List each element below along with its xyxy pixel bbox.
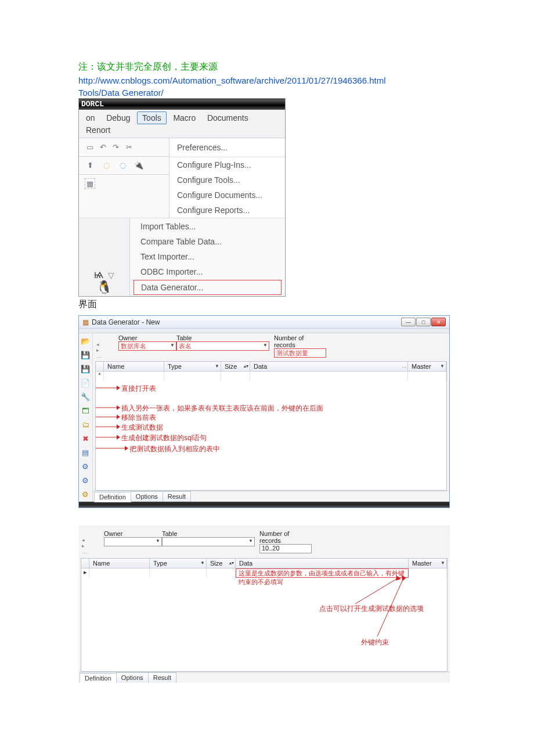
menu-data-generator[interactable]: Data Generator... <box>134 280 282 295</box>
redo-icon[interactable]: ↷ <box>111 142 121 153</box>
menu-configure-reports[interactable]: Configure Reports... <box>170 203 285 218</box>
tab-result[interactable]: Result <box>148 672 176 683</box>
tab-result[interactable]: Result <box>163 491 191 502</box>
generate-data-icon[interactable]: ▤ <box>80 447 91 458</box>
tab-options[interactable]: Options <box>131 491 163 502</box>
col-type: Type▼ <box>150 559 207 568</box>
nav-more-icon[interactable]: … <box>96 353 107 359</box>
num-records-input[interactable]: 测试数据量 <box>274 348 326 358</box>
menu-debug[interactable]: Debug <box>102 112 135 124</box>
table-select[interactable]: 表名▼ <box>176 341 269 351</box>
cell-name[interactable] <box>89 568 150 578</box>
chevron-down-icon: ▼ <box>156 538 160 543</box>
document-icon[interactable]: 📄 <box>80 377 91 388</box>
row-marker <box>81 559 89 568</box>
cut-icon[interactable]: ✂ <box>124 142 134 153</box>
tab-bar: Definition Options Result <box>78 672 450 683</box>
spinner-icon: ▴▾ <box>229 560 234 566</box>
tools-dropdown: Preferences... Configure Plug-Ins... Con… <box>169 138 285 218</box>
cell-type[interactable] <box>150 568 207 578</box>
save-icon[interactable]: 💾 <box>80 350 91 360</box>
svg-marker-9 <box>117 435 120 440</box>
interface-label: 界面 <box>78 298 456 311</box>
menu-on[interactable]: on <box>81 112 100 124</box>
tab-definition[interactable]: Definition <box>80 673 117 683</box>
nav-left-icon[interactable]: ◂ <box>82 537 92 543</box>
intro-note: 注：该文并非完全原创，主要来源 <box>78 61 456 73</box>
col-type: Type▼ <box>164 362 221 371</box>
table-select[interactable]: ▼ <box>162 537 255 546</box>
grid-header: Name Type▼ Size▴▾ Data Master▼ <box>81 559 447 568</box>
menu-macro[interactable]: Macro <box>168 112 200 124</box>
col-master: Master▼ <box>408 362 446 371</box>
owner-select[interactable]: 数据库名▼ <box>118 341 176 351</box>
cell-size[interactable] <box>207 568 236 578</box>
nav-right-icon[interactable]: ▸ <box>96 347 107 353</box>
menu-report[interactable]: Renort <box>81 124 115 136</box>
open-table-icon[interactable]: 🗔 <box>80 405 91 416</box>
close-button[interactable]: ✕ <box>431 318 446 326</box>
owner-label: Owner <box>104 530 162 537</box>
cell-data[interactable]: 这里是生成数据的参数，由选项生成或者自己输入，有外键约束的不必填写 <box>236 568 409 578</box>
table-label: Table <box>176 334 269 341</box>
svg-marker-7 <box>117 424 120 429</box>
owner-select[interactable]: ▼ <box>104 537 162 546</box>
cell-master[interactable] <box>408 372 446 381</box>
nav-right-icon[interactable]: ▸ <box>82 543 92 549</box>
sql-icon[interactable]: ◌ <box>117 160 128 171</box>
annot-remove-table: 移除当前表 <box>121 413 156 423</box>
menu-bar[interactable]: on Debug Tools Macro Documents Renort <box>79 110 285 138</box>
menu-configure-plugins[interactable]: Configure Plug-Ins... <box>170 157 285 172</box>
svg-marker-5 <box>117 415 120 419</box>
menu-odbc-importer[interactable]: ODBC Importer... <box>134 265 282 279</box>
filter-icon[interactable]: ▽ <box>108 271 114 280</box>
cell-size[interactable] <box>221 372 250 381</box>
menu-preferences[interactable]: Preferences... <box>170 138 285 157</box>
wrench-icon[interactable]: 🔧 <box>80 391 91 402</box>
maximize-button[interactable]: □ <box>416 318 431 326</box>
toolbar-strip <box>79 329 449 333</box>
cell-data[interactable] <box>250 372 408 381</box>
num-records-input[interactable]: 10..20 <box>259 544 312 553</box>
cell-master[interactable] <box>409 568 447 578</box>
palette-icon[interactable]: ▦ <box>85 178 95 189</box>
annot-open-options: 点击可以打开生成测试数据的选项 <box>319 604 424 614</box>
add-table-icon[interactable]: 🗂 <box>80 419 91 430</box>
export-icon[interactable]: ⬆ <box>85 160 95 171</box>
menu-configure-tools[interactable]: Configure Tools... <box>170 172 285 188</box>
new-file-icon[interactable]: ▭ <box>85 142 95 153</box>
search-icon[interactable]: Ѩ <box>94 271 103 280</box>
menu-documents[interactable]: Documents <box>203 112 253 124</box>
cell-name[interactable] <box>104 372 164 381</box>
minimize-button[interactable]: — <box>401 318 416 326</box>
menu-tools[interactable]: Tools <box>137 111 167 124</box>
cell-type[interactable] <box>164 372 221 381</box>
generate-sql-icon[interactable]: ⚙ <box>80 461 91 471</box>
menu-import-tables[interactable]: Import Tables... <box>134 219 282 233</box>
columns-grid[interactable]: Name Type▼ Size▴▾ Data… Master▼ * <box>95 361 447 491</box>
toolbar-left: ▭ ↶ ↷ ✂ ⬆ ◌ ◌ 🔌 ▦ <box>79 138 169 218</box>
chevron-down-icon: ▼ <box>263 343 268 348</box>
open-icon[interactable]: 📂 <box>80 336 91 346</box>
insert-data-icon[interactable]: ⚙ <box>80 475 91 485</box>
app-icon: ▦ <box>82 318 89 326</box>
run-icon[interactable]: ⚙ <box>80 489 91 499</box>
menu-path: Tools/Data Generator/ <box>78 88 456 98</box>
col-name: Name <box>104 362 164 371</box>
annot-generate-data: 生成测试数据 <box>121 423 163 433</box>
nav-more-icon[interactable]: … <box>82 549 92 555</box>
plug-icon[interactable]: 🔌 <box>134 160 144 171</box>
remove-table-icon[interactable]: ✖ <box>80 433 91 444</box>
annot-insert-data: 把测试数据插入到相应的表中 <box>129 444 220 454</box>
tab-definition[interactable]: Definition <box>94 492 131 502</box>
columns-grid[interactable]: Name Type▼ Size▴▾ Data Master▼ ▸ 这里是生成数据… <box>81 558 448 672</box>
tab-options[interactable]: Options <box>116 672 149 683</box>
nav-left-icon[interactable]: ◂ <box>96 341 107 347</box>
menu-configure-documents[interactable]: Configure Documents... <box>170 188 285 203</box>
db-icon[interactable]: ◌ <box>101 160 111 171</box>
undo-icon[interactable]: ↶ <box>98 142 108 153</box>
save-as-icon[interactable]: 💾 <box>80 363 91 374</box>
source-url[interactable]: http://www.cnblogs.com/Automation_softwa… <box>78 75 456 85</box>
menu-compare-table-data[interactable]: Compare Table Data... <box>134 235 282 249</box>
menu-text-importer[interactable]: Text Importer... <box>134 250 282 264</box>
